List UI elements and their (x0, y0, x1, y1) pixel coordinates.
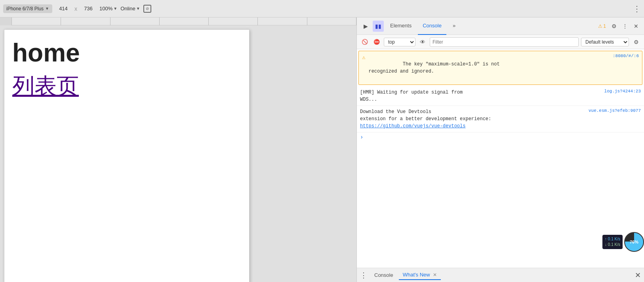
ruler-bar (0, 17, 356, 25)
devtools-bottom-tabs: ⋮ Console What's New ✕ ✕ (357, 268, 644, 282)
device-toolbar-button[interactable]: ▮▮ (373, 21, 384, 32)
warning-count: 1 (603, 23, 606, 29)
phone-frame: home 列表页 (4, 29, 250, 282)
ruler-segment-2 (12, 17, 61, 25)
vue-msg-text: Download the Vue Devtoolsextension for a… (360, 108, 585, 130)
console-messages: ⚠ The key "maximum-scale=1.0" is notreco… (357, 49, 644, 268)
console-filter-input[interactable] (430, 37, 579, 47)
console-vue-msg: Download the Vue Devtoolsextension for a… (357, 106, 644, 132)
bottom-tab-console[interactable]: Console (370, 270, 397, 280)
ruler-segment-5 (160, 17, 209, 25)
ruler-segment-6 (209, 17, 258, 25)
ruler-segment-1 (0, 17, 12, 25)
warning-msg-text: The key "maximum-scale=1.0" is notrecogn… (368, 54, 610, 82)
online-selector[interactable]: Online ▼ (120, 6, 140, 12)
devtools-close-icon[interactable]: ✕ (631, 21, 641, 31)
inspect-mode-button[interactable]: ▶ (360, 21, 371, 32)
bottom-more-icon[interactable]: ⋮ (360, 271, 367, 280)
tab-more[interactable]: » (448, 17, 460, 35)
phone-viewport-wrapper: home 列表页 (0, 25, 356, 282)
tab-console[interactable]: Console (418, 17, 446, 35)
console-input-caret[interactable]: › (357, 132, 644, 142)
hmr-msg-text: [HMR] Waiting for update signal fromWDS.… (360, 89, 601, 103)
ruler-segment-3 (61, 17, 110, 25)
settings-gear-icon[interactable]: ⚙ (609, 21, 619, 31)
console-hmr-msg: [HMR] Waiting for update signal fromWDS.… (357, 86, 644, 106)
device-chevron-icon: ▼ (45, 6, 49, 11)
toolbar-more-icon[interactable]: ⋮ (633, 4, 641, 13)
warning-icon: ⚠ (362, 54, 365, 61)
ruler-segment-4 (111, 17, 160, 25)
vue-msg-link[interactable]: vue.esm.js?efeb:9077 (589, 108, 641, 113)
bottom-tab-close-icon[interactable]: ✕ (433, 272, 437, 278)
device-selector[interactable]: iPhone 6/7/8 Plus ▼ (3, 4, 52, 13)
download-speed: ↓ 0.1 K/s (605, 242, 620, 247)
main-area: home 列表页 ▶ ▮▮ Elements Console » ⚠ 1 (0, 17, 644, 282)
warning-triangle-icon: ⚠ (598, 23, 602, 29)
context-selector-wrapper: top (384, 38, 415, 46)
rotate-icon[interactable]: ⊘ (143, 5, 151, 13)
zoom-value: 100% (99, 6, 112, 12)
network-widget: ↑ 0.1 K/s ↓ 0.1 K/s 76% (602, 232, 644, 252)
dimension-separator: x (74, 6, 77, 12)
console-warning-msg: ⚠ The key "maximum-scale=1.0" is notreco… (358, 51, 642, 85)
top-toolbar: iPhone 6/7/8 Plus ▼ x 100% ▼ Online ▼ ⊘ … (0, 0, 644, 17)
context-selector[interactable]: top (384, 38, 415, 46)
bottom-tab-whatsnew[interactable]: What's New ✕ (399, 270, 441, 280)
zoom-chevron-icon: ▼ (113, 6, 117, 11)
console-levels-selector[interactable]: Default levels (581, 38, 629, 46)
height-input[interactable] (80, 6, 96, 12)
page-list-link[interactable]: 列表页 (12, 71, 241, 102)
ruler-bar-inner (0, 17, 356, 25)
devtools-panel-body: 🚫 ⛔ top 👁 Default levels ⚙ ⚠ (357, 35, 644, 268)
vue-devtools-link[interactable]: https://github.com/vuejs/vue-devtools (360, 123, 465, 129)
width-input[interactable] (55, 6, 71, 12)
device-label: iPhone 6/7/8 Plus (6, 6, 44, 12)
warning-badge[interactable]: ⚠ 1 (596, 21, 608, 32)
page-home-heading: home (12, 38, 241, 68)
devtools-tab-bar: ▶ ▮▮ Elements Console » ⚠ 1 ⚙ ⋮ ✕ (357, 17, 644, 35)
browser-area: home 列表页 (0, 17, 356, 282)
console-block-button[interactable]: ⛔ (372, 37, 381, 47)
devtools-bottom-close-icon[interactable]: ✕ (635, 271, 641, 280)
console-eye-icon[interactable]: 👁 (418, 37, 427, 47)
cpu-percent-value: 76% (630, 240, 638, 244)
page-content: home 列表页 (4, 30, 249, 109)
console-settings-icon[interactable]: ⚙ (631, 37, 641, 47)
cpu-percent-circle: 76% (624, 232, 644, 252)
speed-badge: ↑ 0.1 K/s ↓ 0.1 K/s (602, 235, 623, 249)
online-chevron-icon: ▼ (136, 6, 140, 11)
warning-msg-link[interactable]: :8080/#/:6 (613, 54, 639, 58)
ruler-segment-8 (307, 17, 356, 25)
zoom-selector[interactable]: 100% ▼ (99, 6, 117, 12)
devtools-panel: ▶ ▮▮ Elements Console » ⚠ 1 ⚙ ⋮ ✕ (356, 17, 644, 282)
ruler-segment-7 (258, 17, 307, 25)
upload-speed: ↑ 0.1 K/s (605, 236, 620, 242)
hmr-msg-link[interactable]: log.js?4244:23 (604, 89, 641, 94)
tab-elements[interactable]: Elements (385, 17, 416, 35)
online-label: Online (120, 6, 135, 12)
console-toolbar: 🚫 ⛔ top 👁 Default levels ⚙ (357, 35, 644, 49)
devtools-more-icon[interactable]: ⋮ (620, 21, 630, 31)
console-clear-button[interactable]: 🚫 (360, 37, 370, 47)
